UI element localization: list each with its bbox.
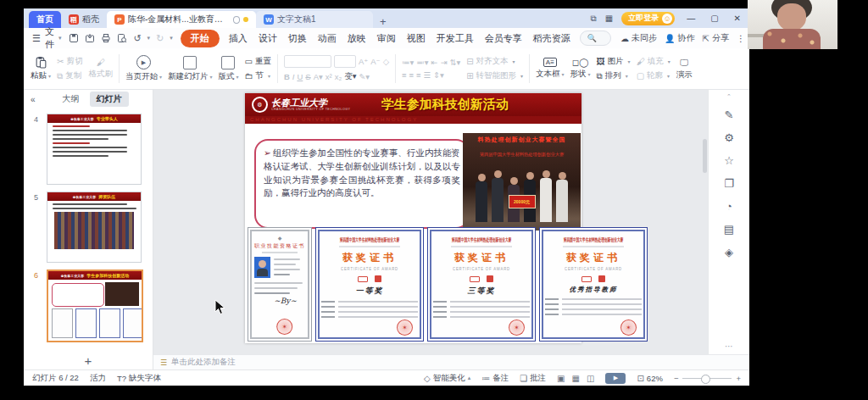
- zoom-percent[interactable]: 62%: [647, 374, 663, 383]
- underline-button[interactable]: U: [297, 72, 303, 81]
- file-menu[interactable]: ☰ 文件 ▾: [32, 25, 61, 51]
- phonetic-button[interactable]: 变▾: [344, 71, 356, 82]
- italic-button[interactable]: I: [292, 72, 295, 81]
- cut-button[interactable]: ✂剪切: [57, 56, 82, 67]
- minimize-button[interactable]: —: [683, 14, 698, 23]
- tab-text-document[interactable]: W 文字文稿1: [256, 11, 373, 28]
- arrange-button[interactable]: ⧉排列: [597, 70, 631, 81]
- smart-beautify-star-icon[interactable]: ☆: [709, 149, 749, 172]
- search-input[interactable]: [600, 33, 604, 43]
- reset-button[interactable]: ▭重置: [244, 56, 270, 67]
- to-smartart-button[interactable]: ⊞转智能图形: [466, 70, 523, 81]
- export-icon[interactable]: [85, 33, 95, 43]
- align-text-button[interactable]: ⊟对齐文本: [466, 56, 523, 67]
- strikethrough-button[interactable]: S: [305, 72, 310, 81]
- text-direction-icon[interactable]: ⇅▾: [449, 58, 460, 67]
- paste-button[interactable]: 粘贴: [31, 56, 51, 81]
- undo-caret-icon[interactable]: ▾: [147, 35, 151, 42]
- ribbon-tab-insert[interactable]: 插入: [227, 31, 249, 47]
- panel-more-icon[interactable]: ⋯: [725, 342, 733, 351]
- properties-slider-icon[interactable]: ⚙: [709, 126, 749, 149]
- command-search-box[interactable]: 🔍: [580, 31, 611, 46]
- ribbon-tab-design[interactable]: 设计: [257, 31, 279, 47]
- subscript-button[interactable]: x₂: [335, 72, 342, 81]
- close-button[interactable]: ✕: [731, 14, 744, 23]
- slide-text-box[interactable]: ➢组织学生参加全国性的专业赛事、行业内技能资格认证考试、大学生创新创业训练计划，…: [254, 139, 470, 229]
- ribbon-tab-member[interactable]: 会员专享: [483, 31, 524, 47]
- align-left-icon[interactable]: ≡: [402, 70, 407, 80]
- play-from-current-button[interactable]: ▶ 当页开始: [125, 55, 162, 82]
- layers-icon[interactable]: ❐: [709, 172, 749, 195]
- redo-icon[interactable]: ↻: [156, 33, 164, 44]
- apps-grid-icon[interactable]: ▦: [605, 14, 613, 23]
- zoom-slider-knob[interactable]: [701, 375, 710, 384]
- decrease-font-icon[interactable]: A⁻: [370, 57, 380, 66]
- save-icon[interactable]: [69, 33, 79, 43]
- font-color-button[interactable]: A▾: [314, 72, 323, 81]
- quickbar-more-icon[interactable]: ▾: [170, 35, 173, 42]
- font-size-select[interactable]: [334, 55, 356, 68]
- certificate-excellent-advisor[interactable]: 第四届中国大学生材料热处理创新创业大赛 获奖证书 CERTIFICATE OF …: [539, 227, 648, 342]
- font-family-select[interactable]: [284, 55, 331, 68]
- bullet-list-icon[interactable]: ≔▾: [402, 58, 414, 67]
- theme-name[interactable]: 活力: [90, 373, 106, 384]
- more-menu-icon[interactable]: ⋮: [737, 34, 745, 43]
- ribbon-tab-view[interactable]: 视图: [405, 31, 427, 47]
- login-button[interactable]: 立即登录 ☺: [621, 12, 675, 25]
- add-slide-button[interactable]: +: [24, 351, 153, 369]
- undo-icon[interactable]: ↺: [133, 33, 141, 44]
- layout-button[interactable]: 版式: [218, 56, 238, 82]
- zoom-slider[interactable]: − +: [674, 374, 741, 383]
- new-tab-button[interactable]: +: [373, 15, 393, 28]
- member-diamond-icon[interactable]: ◈: [709, 241, 749, 264]
- line-spacing-icon[interactable]: ⇕▾: [433, 70, 444, 80]
- comments-button[interactable]: ❏ 批注: [520, 373, 546, 384]
- certificate-first-prize[interactable]: 第四届中国大学生材料热处理创新创业大赛 获奖证书 CERTIFICATE OF …: [315, 227, 424, 342]
- section-button[interactable]: 🗀节: [244, 70, 270, 81]
- image-tools-icon[interactable]: ▤: [709, 218, 749, 241]
- missing-font-indicator[interactable]: T? 缺失字体: [117, 373, 161, 384]
- split-window-icon[interactable]: ⧉: [591, 14, 597, 24]
- picture-button[interactable]: 🖼图片: [597, 56, 631, 67]
- competition-photo[interactable]: 料热处理创新创业大赛暨全国 第四届中国大学生材料热处理创新创业大赛: [463, 133, 581, 231]
- present-button[interactable]: 🖵 演示: [676, 58, 693, 81]
- decrease-indent-icon[interactable]: ⇤: [431, 58, 438, 67]
- format-painter-button[interactable]: 🖌 格式刷: [88, 58, 113, 80]
- ribbon-tab-review[interactable]: 审阅: [376, 31, 398, 47]
- thumbnail-slide-6-selected[interactable]: 6 ⊛长春工业大学学生参加科技创新活动: [24, 266, 153, 346]
- copy-button[interactable]: ⧉复制: [57, 70, 82, 81]
- zoom-slider-track[interactable]: [682, 378, 732, 379]
- ribbon-tab-docer-resources[interactable]: 稻壳资源: [531, 31, 572, 47]
- print-icon[interactable]: [101, 33, 111, 43]
- tab-presentation-document[interactable]: P 陈华-金属材料...业教育业ppt: [107, 11, 256, 28]
- highlight-button[interactable]: ✎▾: [359, 72, 370, 81]
- collaborate-button[interactable]: 👤协作: [665, 32, 694, 44]
- tab-slides[interactable]: 幻灯片: [90, 92, 129, 107]
- slide-title-banner[interactable]: ⚙ 长春工业大学 CHANGCHUN UNIVERSITY OF TECHNOL…: [245, 93, 581, 116]
- ribbon-tab-home[interactable]: 开始: [181, 30, 220, 47]
- sync-status[interactable]: ☁未同步: [620, 32, 657, 44]
- shapes-button[interactable]: ◻◯ 形状: [570, 58, 591, 80]
- zoom-out-icon[interactable]: −: [674, 374, 679, 383]
- ribbon-tab-slideshow[interactable]: 放映: [346, 31, 368, 47]
- fill-button[interactable]: 🖌填充: [637, 56, 670, 67]
- slide-sorter-view-icon[interactable]: ▦: [572, 374, 580, 383]
- number-list-icon[interactable]: ≕▾: [416, 58, 428, 67]
- notes-bar[interactable]: ☰ 单击此处添加备注: [153, 354, 749, 369]
- normal-view-icon[interactable]: ▣: [557, 374, 565, 383]
- restore-button[interactable]: ▢: [707, 14, 721, 23]
- ribbon-tab-devtools[interactable]: 开发工具: [435, 31, 476, 47]
- timer-icon[interactable]: ◔: [709, 195, 749, 218]
- zoom-in-icon[interactable]: +: [736, 374, 741, 383]
- increase-font-icon[interactable]: A⁺: [359, 57, 368, 66]
- bold-button[interactable]: B: [284, 72, 290, 81]
- ribbon-tab-transition[interactable]: 切换: [287, 31, 309, 47]
- quick-tools-icon[interactable]: ✎: [709, 103, 749, 126]
- ribbon-tab-animation[interactable]: 动画: [316, 31, 338, 47]
- tab-docer[interactable]: 稻 稻壳: [61, 11, 107, 28]
- fit-to-window-icon[interactable]: ⊡: [637, 374, 643, 383]
- canvas-scrollbar[interactable]: [703, 139, 707, 173]
- increase-indent-icon[interactable]: ⇥: [440, 58, 447, 67]
- notes-toggle-button[interactable]: ≔ 备注: [481, 373, 509, 384]
- new-slide-button[interactable]: 新建幻灯片: [168, 56, 213, 82]
